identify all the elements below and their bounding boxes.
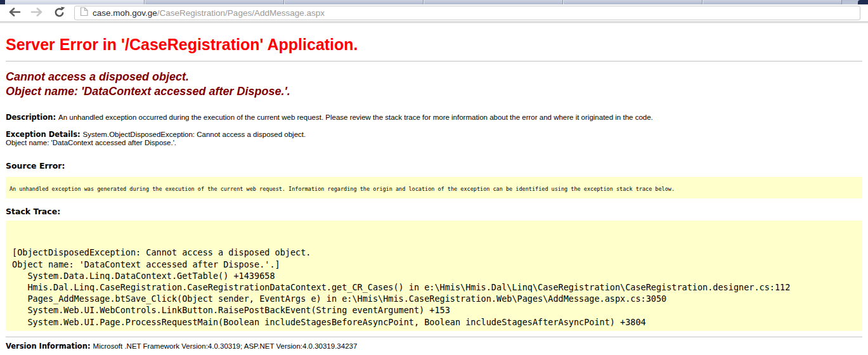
window-frame-corner-left	[0, 0, 5, 4]
exception-details-line2: Object name: 'DataContext accessed after…	[6, 139, 862, 147]
back-arrow-icon	[8, 8, 21, 18]
version-info: Version Information: Microsoft .NET Fram…	[6, 342, 862, 351]
error-subtitle: Cannot access a disposed object. Object …	[6, 70, 862, 99]
divider	[6, 61, 862, 61]
browser-tab[interactable]	[145, 0, 284, 4]
error-message-line1: Cannot access a disposed object.	[6, 70, 862, 84]
error-message-line2: Object name: 'DataContext accessed after…	[6, 84, 862, 99]
stack-trace-heading: Stack Trace:	[6, 207, 862, 216]
source-error-text: An unhandled exception was generated dur…	[10, 186, 675, 192]
exception-details-line1: System.ObjectDisposedException: Cannot a…	[83, 131, 306, 138]
source-error-heading: Source Error:	[6, 162, 862, 171]
reload-icon	[53, 6, 65, 20]
browser-tab-strip	[0, 0, 868, 4]
browser-tab[interactable]	[284, 0, 424, 4]
browser-tab[interactable]	[563, 0, 703, 4]
back-button[interactable]	[8, 6, 22, 20]
forward-arrow-icon	[30, 8, 43, 18]
address-bar[interactable]: case.moh.gov.ge/CaseRegistration/Pages/A…	[74, 6, 860, 20]
browser-chrome: case.moh.gov.ge/CaseRegistration/Pages/A…	[0, 0, 868, 22]
stack-trace-text: [ObjectDisposedException: Cannot access …	[12, 224, 856, 328]
source-error-label: Source Error:	[6, 161, 65, 171]
window-frame-corner-right	[858, 0, 868, 4]
stack-trace-box: [ObjectDisposedException: Cannot access …	[6, 221, 862, 331]
description-paragraph: Description: An unhandled exception occu…	[6, 113, 862, 122]
browser-tab[interactable]	[703, 0, 842, 4]
page-title: Server Error in '/CaseRegistration' Appl…	[6, 35, 862, 54]
divider	[6, 337, 862, 337]
page-document-icon	[80, 7, 88, 19]
version-info-text: Microsoft .NET Framework Version:4.0.303…	[93, 342, 358, 350]
url-domain: case.moh.gov.ge	[93, 8, 157, 18]
browser-tab[interactable]	[424, 0, 563, 4]
exception-details-paragraph: Exception Details: System.ObjectDisposed…	[6, 131, 862, 147]
error-page: Server Error in '/CaseRegistration' Appl…	[0, 35, 868, 351]
description-label: Description:	[6, 113, 58, 122]
stack-trace-label: Stack Trace:	[6, 207, 60, 216]
url-text[interactable]: case.moh.gov.ge/CaseRegistration/Pages/A…	[93, 8, 325, 18]
version-info-label: Version Information:	[6, 342, 93, 351]
browser-toolbar: case.moh.gov.ge/CaseRegistration/Pages/A…	[0, 4, 868, 22]
description-text: An unhandled exception occurred during t…	[58, 113, 653, 121]
exception-details-label: Exception Details:	[6, 130, 83, 139]
reload-button[interactable]	[52, 6, 66, 20]
source-error-box: An unhandled exception was generated dur…	[6, 177, 862, 198]
url-path: /CaseRegistration/Pages/AddMessage.aspx	[157, 8, 325, 18]
forward-button[interactable]	[30, 6, 44, 20]
browser-tab[interactable]	[5, 0, 145, 4]
